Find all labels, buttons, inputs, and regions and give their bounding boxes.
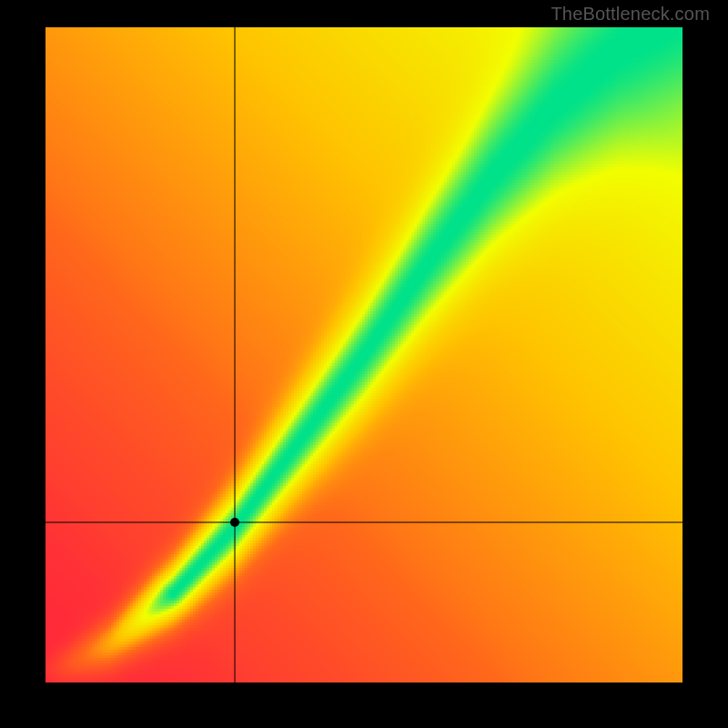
watermark-text: TheBottleneck.com — [551, 4, 710, 25]
heatmap-canvas — [46, 27, 682, 682]
chart-root: TheBottleneck.com — [0, 0, 728, 728]
plot-area — [46, 27, 682, 682]
